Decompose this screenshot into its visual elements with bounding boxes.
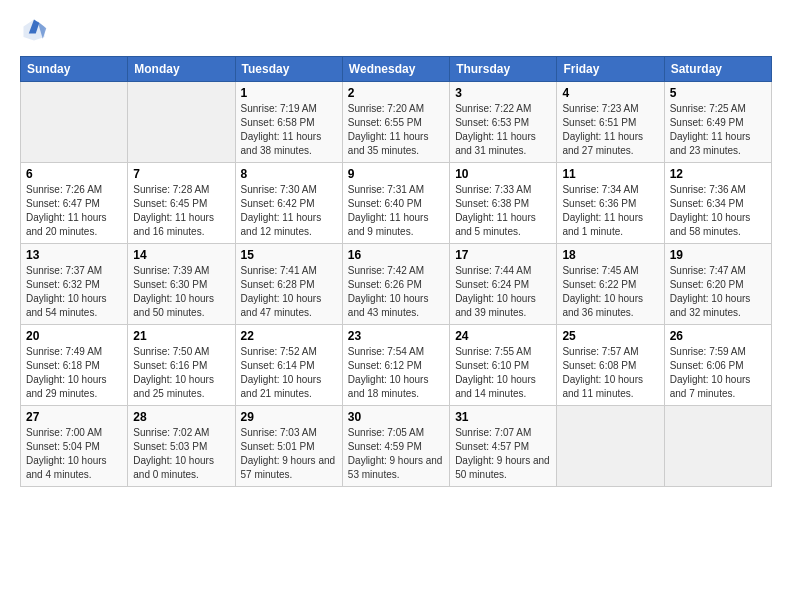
- calendar-cell: 14Sunrise: 7:39 AMSunset: 6:30 PMDayligh…: [128, 244, 235, 325]
- day-number: 1: [241, 86, 337, 100]
- day-number: 30: [348, 410, 444, 424]
- day-number: 8: [241, 167, 337, 181]
- calendar-week-row: 27Sunrise: 7:00 AMSunset: 5:04 PMDayligh…: [21, 406, 772, 487]
- calendar-cell: [664, 406, 771, 487]
- day-detail: Sunrise: 7:54 AMSunset: 6:12 PMDaylight:…: [348, 345, 444, 401]
- calendar-cell: 28Sunrise: 7:02 AMSunset: 5:03 PMDayligh…: [128, 406, 235, 487]
- day-detail: Sunrise: 7:28 AMSunset: 6:45 PMDaylight:…: [133, 183, 229, 239]
- day-number: 15: [241, 248, 337, 262]
- calendar-cell: 30Sunrise: 7:05 AMSunset: 4:59 PMDayligh…: [342, 406, 449, 487]
- day-detail: Sunrise: 7:57 AMSunset: 6:08 PMDaylight:…: [562, 345, 658, 401]
- calendar-cell: 2Sunrise: 7:20 AMSunset: 6:55 PMDaylight…: [342, 82, 449, 163]
- day-number: 29: [241, 410, 337, 424]
- day-number: 18: [562, 248, 658, 262]
- day-number: 19: [670, 248, 766, 262]
- day-number: 5: [670, 86, 766, 100]
- calendar-cell: 24Sunrise: 7:55 AMSunset: 6:10 PMDayligh…: [450, 325, 557, 406]
- calendar-week-row: 6Sunrise: 7:26 AMSunset: 6:47 PMDaylight…: [21, 163, 772, 244]
- day-number: 3: [455, 86, 551, 100]
- day-detail: Sunrise: 7:45 AMSunset: 6:22 PMDaylight:…: [562, 264, 658, 320]
- day-detail: Sunrise: 7:20 AMSunset: 6:55 PMDaylight:…: [348, 102, 444, 158]
- calendar-cell: 17Sunrise: 7:44 AMSunset: 6:24 PMDayligh…: [450, 244, 557, 325]
- day-detail: Sunrise: 7:59 AMSunset: 6:06 PMDaylight:…: [670, 345, 766, 401]
- logo-icon: [20, 16, 48, 44]
- calendar-cell: 8Sunrise: 7:30 AMSunset: 6:42 PMDaylight…: [235, 163, 342, 244]
- day-number: 23: [348, 329, 444, 343]
- day-number: 14: [133, 248, 229, 262]
- calendar-cell: 13Sunrise: 7:37 AMSunset: 6:32 PMDayligh…: [21, 244, 128, 325]
- calendar-cell: 31Sunrise: 7:07 AMSunset: 4:57 PMDayligh…: [450, 406, 557, 487]
- day-number: 2: [348, 86, 444, 100]
- day-number: 13: [26, 248, 122, 262]
- calendar-cell: 11Sunrise: 7:34 AMSunset: 6:36 PMDayligh…: [557, 163, 664, 244]
- calendar-cell: 20Sunrise: 7:49 AMSunset: 6:18 PMDayligh…: [21, 325, 128, 406]
- day-detail: Sunrise: 7:42 AMSunset: 6:26 PMDaylight:…: [348, 264, 444, 320]
- calendar-cell: 22Sunrise: 7:52 AMSunset: 6:14 PMDayligh…: [235, 325, 342, 406]
- calendar-cell: [21, 82, 128, 163]
- weekday-header-thursday: Thursday: [450, 57, 557, 82]
- calendar-cell: 4Sunrise: 7:23 AMSunset: 6:51 PMDaylight…: [557, 82, 664, 163]
- day-detail: Sunrise: 7:23 AMSunset: 6:51 PMDaylight:…: [562, 102, 658, 158]
- day-number: 28: [133, 410, 229, 424]
- calendar-cell: 25Sunrise: 7:57 AMSunset: 6:08 PMDayligh…: [557, 325, 664, 406]
- calendar-cell: [128, 82, 235, 163]
- weekday-header-sunday: Sunday: [21, 57, 128, 82]
- day-detail: Sunrise: 7:50 AMSunset: 6:16 PMDaylight:…: [133, 345, 229, 401]
- calendar-cell: 3Sunrise: 7:22 AMSunset: 6:53 PMDaylight…: [450, 82, 557, 163]
- calendar-cell: 23Sunrise: 7:54 AMSunset: 6:12 PMDayligh…: [342, 325, 449, 406]
- day-number: 20: [26, 329, 122, 343]
- weekday-header-friday: Friday: [557, 57, 664, 82]
- day-number: 6: [26, 167, 122, 181]
- calendar-cell: 1Sunrise: 7:19 AMSunset: 6:58 PMDaylight…: [235, 82, 342, 163]
- calendar-cell: 7Sunrise: 7:28 AMSunset: 6:45 PMDaylight…: [128, 163, 235, 244]
- calendar-page: SundayMondayTuesdayWednesdayThursdayFrid…: [0, 0, 792, 503]
- weekday-header-tuesday: Tuesday: [235, 57, 342, 82]
- day-detail: Sunrise: 7:03 AMSunset: 5:01 PMDaylight:…: [241, 426, 337, 482]
- day-number: 26: [670, 329, 766, 343]
- day-detail: Sunrise: 7:19 AMSunset: 6:58 PMDaylight:…: [241, 102, 337, 158]
- day-detail: Sunrise: 7:36 AMSunset: 6:34 PMDaylight:…: [670, 183, 766, 239]
- day-detail: Sunrise: 7:52 AMSunset: 6:14 PMDaylight:…: [241, 345, 337, 401]
- day-detail: Sunrise: 7:55 AMSunset: 6:10 PMDaylight:…: [455, 345, 551, 401]
- calendar-cell: 18Sunrise: 7:45 AMSunset: 6:22 PMDayligh…: [557, 244, 664, 325]
- calendar-cell: 19Sunrise: 7:47 AMSunset: 6:20 PMDayligh…: [664, 244, 771, 325]
- calendar-cell: 6Sunrise: 7:26 AMSunset: 6:47 PMDaylight…: [21, 163, 128, 244]
- day-detail: Sunrise: 7:30 AMSunset: 6:42 PMDaylight:…: [241, 183, 337, 239]
- calendar-cell: 27Sunrise: 7:00 AMSunset: 5:04 PMDayligh…: [21, 406, 128, 487]
- day-detail: Sunrise: 7:25 AMSunset: 6:49 PMDaylight:…: [670, 102, 766, 158]
- day-detail: Sunrise: 7:31 AMSunset: 6:40 PMDaylight:…: [348, 183, 444, 239]
- calendar-cell: 10Sunrise: 7:33 AMSunset: 6:38 PMDayligh…: [450, 163, 557, 244]
- calendar-cell: [557, 406, 664, 487]
- day-number: 17: [455, 248, 551, 262]
- calendar-week-row: 20Sunrise: 7:49 AMSunset: 6:18 PMDayligh…: [21, 325, 772, 406]
- calendar-cell: 26Sunrise: 7:59 AMSunset: 6:06 PMDayligh…: [664, 325, 771, 406]
- day-detail: Sunrise: 7:26 AMSunset: 6:47 PMDaylight:…: [26, 183, 122, 239]
- day-detail: Sunrise: 7:37 AMSunset: 6:32 PMDaylight:…: [26, 264, 122, 320]
- day-number: 4: [562, 86, 658, 100]
- calendar-cell: 16Sunrise: 7:42 AMSunset: 6:26 PMDayligh…: [342, 244, 449, 325]
- day-detail: Sunrise: 7:47 AMSunset: 6:20 PMDaylight:…: [670, 264, 766, 320]
- weekday-header-saturday: Saturday: [664, 57, 771, 82]
- day-detail: Sunrise: 7:22 AMSunset: 6:53 PMDaylight:…: [455, 102, 551, 158]
- day-number: 31: [455, 410, 551, 424]
- day-detail: Sunrise: 7:34 AMSunset: 6:36 PMDaylight:…: [562, 183, 658, 239]
- calendar-cell: 9Sunrise: 7:31 AMSunset: 6:40 PMDaylight…: [342, 163, 449, 244]
- day-number: 22: [241, 329, 337, 343]
- day-number: 21: [133, 329, 229, 343]
- day-number: 9: [348, 167, 444, 181]
- day-detail: Sunrise: 7:05 AMSunset: 4:59 PMDaylight:…: [348, 426, 444, 482]
- day-detail: Sunrise: 7:00 AMSunset: 5:04 PMDaylight:…: [26, 426, 122, 482]
- day-detail: Sunrise: 7:33 AMSunset: 6:38 PMDaylight:…: [455, 183, 551, 239]
- weekday-header-wednesday: Wednesday: [342, 57, 449, 82]
- day-detail: Sunrise: 7:02 AMSunset: 5:03 PMDaylight:…: [133, 426, 229, 482]
- day-number: 11: [562, 167, 658, 181]
- day-detail: Sunrise: 7:39 AMSunset: 6:30 PMDaylight:…: [133, 264, 229, 320]
- calendar-cell: 5Sunrise: 7:25 AMSunset: 6:49 PMDaylight…: [664, 82, 771, 163]
- calendar-week-row: 13Sunrise: 7:37 AMSunset: 6:32 PMDayligh…: [21, 244, 772, 325]
- day-detail: Sunrise: 7:41 AMSunset: 6:28 PMDaylight:…: [241, 264, 337, 320]
- calendar-cell: 21Sunrise: 7:50 AMSunset: 6:16 PMDayligh…: [128, 325, 235, 406]
- day-number: 12: [670, 167, 766, 181]
- day-detail: Sunrise: 7:07 AMSunset: 4:57 PMDaylight:…: [455, 426, 551, 482]
- logo: [20, 16, 52, 44]
- day-number: 16: [348, 248, 444, 262]
